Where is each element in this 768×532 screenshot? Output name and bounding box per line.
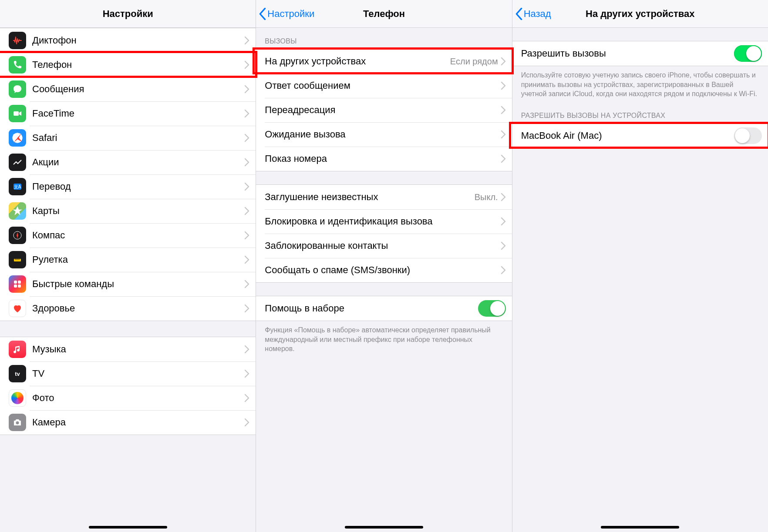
row-label: Ожидание вызова bbox=[265, 129, 500, 140]
settings-row[interactable]: Заблокированные контакты bbox=[256, 234, 512, 258]
health-icon bbox=[9, 300, 26, 317]
settings-row-label: Телефон bbox=[32, 59, 244, 70]
settings-root-pane: Настройки ДиктофонТелефонСообщенияFaceTi… bbox=[0, 0, 256, 532]
settings-row-photos[interactable]: Фото bbox=[0, 386, 256, 410]
settings-row-health[interactable]: Здоровье bbox=[0, 296, 256, 321]
settings-row[interactable]: Сообщать о спаме (SMS/звонки) bbox=[256, 258, 512, 282]
trans-icon: 文A bbox=[9, 178, 26, 195]
row-label: Заблокированные контакты bbox=[265, 240, 500, 251]
apps-list-b: МузыкаtvTVФотоКамера bbox=[0, 337, 256, 435]
settings-row-stock[interactable]: Акции bbox=[0, 150, 256, 174]
allow-calls-label: Разрешить вызовы bbox=[521, 48, 734, 59]
allow-calls-toggle[interactable] bbox=[734, 45, 762, 62]
row-label: Заглушение неизвестных bbox=[265, 191, 474, 203]
chevron-right-icon bbox=[244, 304, 249, 313]
settings-row-msg[interactable]: Сообщения bbox=[0, 77, 256, 101]
chevron-right-icon bbox=[501, 130, 506, 139]
maps-icon bbox=[9, 202, 26, 220]
chevron-right-icon bbox=[244, 369, 249, 378]
section-header-devices: РАЗРЕШИТЬ ВЫЗОВЫ НА УСТРОЙСТВАХ bbox=[512, 102, 768, 123]
settings-row-compass[interactable]: Компас bbox=[0, 223, 256, 248]
row-label: На других устройствах bbox=[265, 56, 450, 67]
chevron-right-icon bbox=[501, 81, 506, 90]
stock-icon bbox=[9, 154, 26, 171]
phone-settings-pane: Настройки Телефон ВЫЗОВЫ На других устро… bbox=[256, 0, 512, 532]
settings-row-tv[interactable]: tvTV bbox=[0, 361, 256, 386]
settings-row[interactable]: Ожидание вызова bbox=[256, 122, 512, 147]
chevron-right-icon bbox=[501, 105, 506, 115]
row-label: Ответ сообщением bbox=[265, 80, 500, 91]
allow-calls-footer: Используйте сотовую учетную запись своег… bbox=[512, 66, 768, 102]
settings-row-voice[interactable]: Диктофон bbox=[0, 28, 256, 53]
dial-assist-label: Помощь в наборе bbox=[265, 303, 478, 314]
settings-row-camera[interactable]: Камера bbox=[0, 410, 256, 435]
home-indicator bbox=[345, 526, 423, 529]
music-icon bbox=[9, 341, 26, 358]
settings-row-shortcut[interactable]: Быстрые команды bbox=[0, 272, 256, 296]
home-indicator bbox=[601, 526, 679, 529]
settings-row-label: Перевод bbox=[32, 181, 244, 192]
settings-row-label: Safari bbox=[32, 132, 244, 144]
settings-row-trans[interactable]: 文AПеревод bbox=[0, 174, 256, 199]
svg-marker-4 bbox=[17, 232, 18, 238]
settings-row-label: Камера bbox=[32, 417, 244, 428]
row-detail: Выкл. bbox=[475, 192, 498, 202]
settings-row[interactable]: Блокировка и идентификация вызова bbox=[256, 209, 512, 234]
measure-icon bbox=[9, 251, 26, 268]
settings-row[interactable]: Ответ сообщением bbox=[256, 74, 512, 98]
home-indicator bbox=[89, 526, 167, 529]
ft-icon bbox=[9, 105, 26, 122]
chevron-right-icon bbox=[244, 36, 249, 45]
chevron-right-icon bbox=[244, 393, 249, 403]
tv-icon: tv bbox=[9, 365, 26, 382]
svg-rect-8 bbox=[14, 284, 17, 288]
back-label: Настройки bbox=[267, 8, 314, 20]
shortcut-icon bbox=[9, 275, 26, 293]
devices-list: MacBook Air (Mac) bbox=[512, 123, 768, 148]
settings-row-label: Карты bbox=[32, 205, 244, 217]
back-button[interactable]: Назад bbox=[515, 0, 551, 27]
back-button[interactable]: Настройки bbox=[259, 0, 314, 27]
settings-row-phone[interactable]: Телефон bbox=[0, 53, 256, 77]
row-label: Переадресация bbox=[265, 104, 500, 116]
dial-assist-footer: Функция «Помощь в наборе» автоматически … bbox=[256, 321, 512, 357]
header: Назад На других устройствах bbox=[512, 0, 768, 28]
settings-row-label: TV bbox=[32, 368, 244, 379]
row-label: Блокировка и идентификация вызова bbox=[265, 216, 500, 227]
dial-assist-toggle[interactable] bbox=[478, 300, 506, 317]
photos-icon bbox=[9, 389, 26, 407]
settings-row-label: Диктофон bbox=[32, 35, 244, 46]
settings-row-measure[interactable]: Рулетка bbox=[0, 248, 256, 272]
group-gap bbox=[0, 321, 256, 337]
voice-icon bbox=[9, 32, 26, 49]
device-toggle[interactable] bbox=[734, 127, 762, 144]
settings-row[interactable]: На других устройствахЕсли рядом bbox=[256, 49, 512, 74]
chevron-right-icon bbox=[501, 217, 506, 226]
other-devices-pane: Назад На других устройствах Разрешить вы… bbox=[512, 0, 768, 532]
settings-row[interactable]: Переадресация bbox=[256, 98, 512, 122]
device-label: MacBook Air (Mac) bbox=[521, 130, 734, 141]
settings-row-label: Быстрые команды bbox=[32, 278, 244, 290]
header: Настройки bbox=[0, 0, 256, 28]
settings-row-label: FaceTime bbox=[32, 108, 244, 119]
chevron-right-icon bbox=[244, 109, 249, 118]
dial-assist-row[interactable]: Помощь в наборе bbox=[256, 296, 512, 321]
allow-calls-row[interactable]: Разрешить вызовы bbox=[512, 41, 768, 66]
page-title: Телефон bbox=[363, 8, 405, 20]
settings-row-maps[interactable]: Карты bbox=[0, 199, 256, 223]
chevron-right-icon bbox=[244, 157, 249, 167]
msg-icon bbox=[9, 80, 26, 98]
svg-point-10 bbox=[16, 422, 19, 425]
settings-row[interactable]: Показ номера bbox=[256, 147, 512, 171]
chevron-right-icon bbox=[244, 182, 249, 191]
device-row[interactable]: MacBook Air (Mac) bbox=[512, 124, 768, 148]
settings-row-ft[interactable]: FaceTime bbox=[0, 101, 256, 126]
chevron-right-icon bbox=[244, 345, 249, 354]
dial-assist-list: Помощь в наборе bbox=[256, 296, 512, 321]
settings-row[interactable]: Заглушение неизвестныхВыкл. bbox=[256, 185, 512, 209]
row-detail: Если рядом bbox=[450, 57, 498, 67]
row-label: Сообщать о спаме (SMS/звонки) bbox=[265, 264, 500, 276]
settings-row-safari[interactable]: Safari bbox=[0, 126, 256, 150]
settings-row-label: Музыка bbox=[32, 344, 244, 355]
settings-row-music[interactable]: Музыка bbox=[0, 337, 256, 361]
